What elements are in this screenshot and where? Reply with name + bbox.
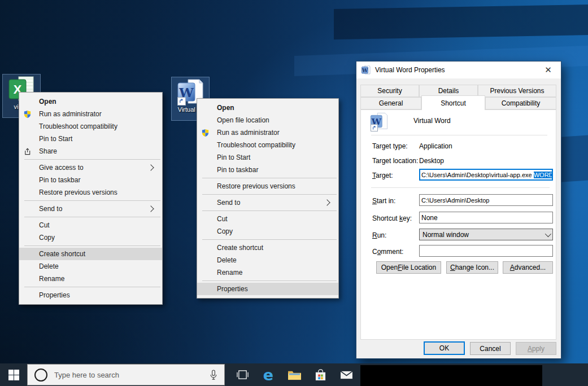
menu-item-troubleshoot-compatibility[interactable]: Troubleshoot compatibility	[19, 120, 162, 133]
tab-security[interactable]: Security	[360, 85, 419, 97]
menu-item-cut[interactable]: Cut	[197, 213, 338, 225]
search-input[interactable]	[53, 370, 206, 380]
tab-shortcut[interactable]: Shortcut	[421, 95, 485, 110]
menu-item-delete[interactable]: Delete	[19, 260, 162, 273]
start-in-input[interactable]: C:\Users\Admin\Desktop	[419, 194, 553, 206]
menu-icon-spacer	[201, 227, 210, 236]
target-text: C:\Users\Admin\Desktop\virtual-app.exe	[421, 172, 534, 178]
menu-item-run-as-administrator[interactable]: Run as administrator	[197, 126, 338, 139]
tab-previous-versions[interactable]: Previous Versions	[478, 85, 556, 97]
target-type-label: Target type:	[372, 142, 408, 150]
run-dropdown[interactable]: Normal window	[419, 229, 553, 240]
menu-item-send-to[interactable]: Send to	[197, 196, 338, 209]
menu-item-label: Troubleshoot compatibility	[217, 141, 295, 149]
menu-item-rename[interactable]: Rename	[19, 273, 162, 285]
menu-item-label: Open	[39, 98, 56, 106]
menu-item-label: Send to	[217, 199, 240, 207]
menu-separator	[202, 239, 337, 240]
menu-item-label: Properties	[39, 291, 70, 299]
mail-icon	[340, 370, 353, 380]
menu-item-pin-to-start[interactable]: Pin to Start	[197, 151, 338, 164]
tab-general[interactable]: General	[360, 97, 421, 109]
menu-item-properties[interactable]: Properties	[197, 283, 338, 295]
menu-item-copy[interactable]: Copy	[19, 231, 162, 244]
close-icon[interactable]: ✕	[535, 62, 561, 78]
mail-button[interactable]	[333, 363, 359, 386]
cancel-button[interactable]: Cancel	[470, 342, 511, 355]
start-in-text: C:\Users\Admin\Desktop	[421, 197, 489, 204]
comment-input[interactable]	[419, 245, 553, 257]
menu-separator	[24, 245, 160, 246]
menu-item-open[interactable]: Open	[19, 95, 162, 108]
menu-item-open[interactable]: Open	[197, 102, 338, 114]
menu-item-pin-to-start[interactable]: Pin to Start	[19, 133, 162, 145]
menu-item-send-to[interactable]: Send to	[19, 203, 162, 215]
store-button[interactable]	[307, 363, 333, 386]
share-icon	[23, 147, 32, 156]
change-icon-button[interactable]: Change Icon...	[446, 261, 498, 274]
start-in-label: Start in:	[372, 197, 395, 205]
menu-icon-spacer	[23, 122, 32, 131]
desktop: X virtua W Virtual W	[0, 0, 588, 386]
shortcut-key-input[interactable]: None	[419, 212, 553, 223]
target-input[interactable]: C:\Users\Admin\Desktop\virtual-app.exe W…	[419, 169, 553, 181]
menu-item-create-shortcut[interactable]: Create shortcut	[19, 248, 162, 260]
microphone-icon[interactable]	[210, 370, 217, 380]
advanced-button[interactable]: Advanced...	[503, 261, 553, 274]
menu-item-label: Delete	[39, 262, 59, 270]
menu-item-delete[interactable]: Delete	[197, 254, 338, 266]
menu-item-give-access-to[interactable]: Give access to	[19, 161, 162, 174]
menu-icon-spacer	[201, 284, 210, 293]
menu-separator	[202, 178, 337, 178]
menu-item-label: Copy	[217, 227, 233, 235]
menu-separator	[24, 159, 160, 160]
menu-item-create-shortcut[interactable]: Create shortcut	[197, 242, 338, 254]
taskbar-search-box[interactable]	[27, 364, 225, 385]
menu-icon-spacer	[23, 249, 32, 258]
tab-compatibility[interactable]: Compatibility	[485, 97, 556, 109]
menu-item-label: Troubleshoot compatibility	[39, 122, 117, 130]
apply-button[interactable]: Apply	[516, 342, 556, 355]
properties-dialog: W Virtual Word Properties ✕ Security Det…	[356, 61, 561, 359]
open-file-location-button[interactable]: Open File Location	[376, 261, 441, 274]
context-menu-shortcut: OpenOpen file location Run as administra…	[197, 98, 339, 299]
menu-item-label: Create shortcut	[39, 250, 85, 258]
dialog-titlebar[interactable]: W Virtual Word Properties ✕	[356, 62, 561, 78]
start-button[interactable]	[0, 363, 27, 386]
menu-item-restore-previous-versions[interactable]: Restore previous versions	[19, 186, 162, 199]
menu-item-open-file-location[interactable]: Open file location	[197, 114, 338, 126]
cortana-icon	[34, 369, 47, 381]
menu-item-restore-previous-versions[interactable]: Restore previous versions	[197, 180, 338, 192]
menu-item-cut[interactable]: Cut	[19, 219, 162, 231]
menu-item-label: Properties	[217, 285, 248, 293]
task-view-button[interactable]	[229, 363, 255, 386]
menu-separator	[24, 287, 160, 287]
menu-item-properties[interactable]: Properties	[19, 289, 162, 301]
menu-item-troubleshoot-compatibility[interactable]: Troubleshoot compatibility	[197, 139, 338, 151]
menu-icon-spacer	[23, 163, 32, 172]
submenu-chevron-icon	[147, 164, 154, 170]
menu-icon-spacer	[201, 165, 210, 174]
menu-item-copy[interactable]: Copy	[197, 225, 338, 238]
menu-item-label: Send to	[39, 205, 62, 213]
shortcut-arrow-overlay-icon	[371, 124, 378, 131]
menu-item-label: Run as administrator	[217, 129, 280, 137]
menu-item-share[interactable]: Share	[19, 145, 162, 157]
file-explorer-button[interactable]	[281, 363, 307, 386]
menu-item-rename[interactable]: Rename	[197, 266, 338, 279]
chevron-down-icon	[545, 230, 551, 236]
target-location-value: Desktop	[419, 157, 444, 165]
menu-icon-spacer	[23, 274, 32, 283]
edge-button[interactable]: e	[255, 363, 281, 386]
shortcut-arrow-overlay-icon	[177, 97, 186, 106]
menu-item-pin-to-taskbar[interactable]: Pin to taskbar	[19, 174, 162, 186]
menu-separator	[24, 200, 160, 201]
divider	[371, 135, 547, 135]
ok-button[interactable]: OK	[424, 341, 465, 355]
menu-icon-spacer	[201, 243, 210, 252]
taskbar: e	[0, 363, 588, 386]
menu-item-run-as-administrator[interactable]: Run as administrator	[19, 108, 162, 120]
menu-icon-spacer	[201, 214, 210, 223]
menu-item-pin-to-taskbar[interactable]: Pin to taskbar	[197, 164, 338, 176]
menu-icon-spacer	[201, 116, 210, 125]
